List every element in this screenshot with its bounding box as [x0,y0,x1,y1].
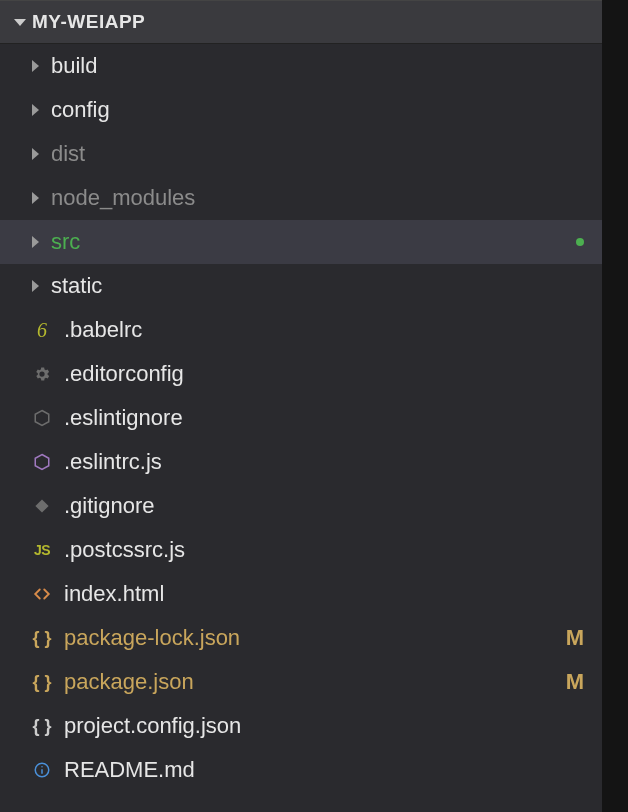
folder-item-dist[interactable]: dist [0,132,602,176]
info-icon [32,760,52,780]
chevron-right-icon [32,148,39,160]
file-item-index-html[interactable]: index.html [0,572,602,616]
file-item-readme-md[interactable]: README.md [0,748,602,792]
file-item-postcssrc-js[interactable]: JS .postcssrc.js [0,528,602,572]
folder-item-label: node_modules [51,185,602,211]
folder-item-label: dist [51,141,602,167]
folder-item-static[interactable]: static [0,264,602,308]
file-item-label: package-lock.json [64,625,554,651]
folder-item-node-modules[interactable]: node_modules [0,176,602,220]
file-item-project-config-json[interactable]: { } project.config.json [0,704,602,748]
chevron-right-icon [32,192,39,204]
svg-marker-0 [35,411,49,426]
file-item-label: package.json [64,669,554,695]
diamond-icon [32,496,52,516]
file-item-label: .eslintrc.js [64,449,602,475]
file-item-label: .gitignore [64,493,602,519]
angle-brackets-icon [32,584,52,604]
braces-icon: { } [32,672,52,692]
svg-point-5 [41,766,43,768]
file-item-label: .editorconfig [64,361,602,387]
file-item-label: .babelrc [64,317,602,343]
file-item-label: .postcssrc.js [64,537,602,563]
file-item-package-json[interactable]: { } package.json M [0,660,602,704]
file-item-label: index.html [64,581,602,607]
folder-item-label: static [51,273,602,299]
vertical-scrollbar[interactable] [602,0,628,812]
braces-icon: { } [32,628,52,648]
file-item-gitignore[interactable]: .gitignore [0,484,602,528]
file-item-eslintignore[interactable]: .eslintignore [0,396,602,440]
file-item-label: project.config.json [64,713,602,739]
git-modified-dot [576,238,584,246]
folder-item-src[interactable]: src [0,220,602,264]
braces-icon: { } [32,716,52,736]
file-item-editorconfig[interactable]: .editorconfig [0,352,602,396]
git-modified-badge: M [566,669,584,695]
babel-icon: 6 [32,320,52,340]
folder-item-config[interactable]: config [0,88,602,132]
explorer-title: MY-WEIAPP [32,11,145,33]
explorer-tree: MY-WEIAPP build config dist node_modules… [0,0,602,812]
hexagon-icon [32,452,52,472]
chevron-right-icon [32,60,39,72]
file-item-label: README.md [64,757,602,783]
svg-rect-2 [35,499,48,512]
folder-item-label: config [51,97,602,123]
chevron-right-icon [32,236,39,248]
chevron-right-icon [32,280,39,292]
chevron-down-icon [14,19,26,26]
chevron-right-icon [32,104,39,116]
folder-item-build[interactable]: build [0,44,602,88]
git-modified-badge: M [566,625,584,651]
js-icon: JS [32,540,52,560]
gear-icon [32,364,52,384]
explorer-header[interactable]: MY-WEIAPP [0,0,602,44]
folder-item-label: src [51,229,564,255]
file-item-label: .eslintignore [64,405,602,431]
svg-marker-1 [35,455,49,470]
file-item-babelrc[interactable]: 6 .babelrc [0,308,602,352]
file-item-package-lock-json[interactable]: { } package-lock.json M [0,616,602,660]
file-item-eslintrc-js[interactable]: .eslintrc.js [0,440,602,484]
folder-item-label: build [51,53,602,79]
hexagon-icon [32,408,52,428]
